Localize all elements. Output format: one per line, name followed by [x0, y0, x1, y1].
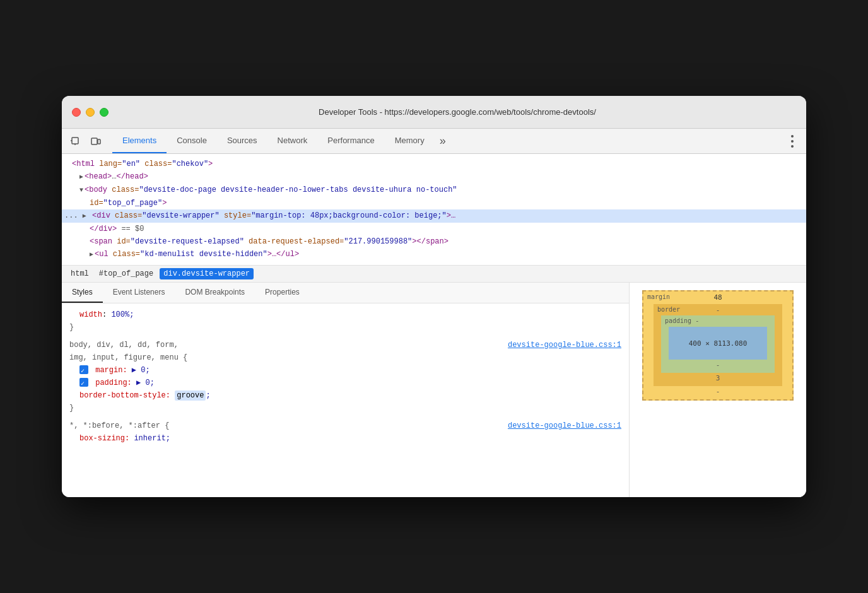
css-line-boxsizing: box-sizing: inherit; — [69, 432, 621, 445]
dom-attr-value: "margin-top: 48px;background-color: beig… — [251, 211, 447, 220]
menu-dot — [791, 135, 794, 138]
styles-panel: Styles Event Listeners DOM Breakpoints P… — [62, 283, 630, 497]
css-line-margin: margin: ▶ 0; — [69, 364, 621, 377]
inspect-element-icon[interactable] — [67, 132, 85, 150]
dom-attr-value: "217.990159988" — [344, 237, 412, 246]
dom-attr-name: lang= — [99, 160, 122, 168]
css-brace-close: } — [69, 402, 621, 414]
css-line-border-bottom: border-bottom-style: groove; — [69, 389, 621, 402]
border-label: border — [657, 306, 680, 313]
dom-tag: <ul — [95, 250, 113, 259]
css-block-1: width: 100%; } — [69, 308, 621, 334]
dom-attr-value: "kd-menulist devsite-hidden" — [140, 250, 267, 259]
tab-sources[interactable]: Sources — [217, 129, 267, 153]
css-semicolon: ; — [206, 391, 210, 400]
margin-bottom-value: - — [654, 386, 782, 397]
devtools-menu-button[interactable] — [783, 132, 801, 150]
css-prop: width — [79, 310, 102, 319]
window-title: Developer Tools - https://developers.goo… — [119, 107, 796, 117]
tab-properties[interactable]: Properties — [255, 283, 310, 303]
device-toolbar-icon[interactable] — [87, 132, 105, 150]
css-line-padding: padding: ▶ 0; — [69, 377, 621, 389]
dom-line-selected[interactable]: ... ▶ <div class="devsite-wrapper" style… — [62, 209, 806, 223]
css-selector-line: body, div, dl, dd, form, devsite-google-… — [69, 339, 621, 351]
dom-tag: > — [208, 160, 213, 168]
dom-tag: ></span> — [412, 237, 449, 246]
tab-event-listeners[interactable]: Event Listeners — [103, 283, 175, 303]
checkbox-margin[interactable] — [79, 365, 88, 374]
css-value: ▶ 0; — [132, 366, 150, 375]
css-block-3: *, *:before, *:after { devsite-google-bl… — [69, 420, 621, 445]
dom-attr-name: class= — [113, 250, 140, 259]
devtools-window: Developer Tools - https://developers.goo… — [62, 96, 806, 497]
breadcrumb-html[interactable]: html — [67, 268, 93, 279]
dom-tag: <html — [72, 160, 99, 168]
close-button[interactable] — [72, 108, 81, 117]
css-selector: body, div, dl, dd, form, — [69, 341, 187, 349]
dom-arrow: ▶ — [79, 173, 83, 180]
dom-text: == $0 — [117, 225, 144, 233]
breadcrumb-top-of-page[interactable]: #top_of_page — [95, 268, 157, 279]
dom-attr-name: id= — [90, 199, 103, 208]
css-colon: : — [102, 310, 111, 319]
css-prop: margin: — [95, 366, 127, 375]
tab-network[interactable]: Network — [267, 129, 318, 153]
minimize-button[interactable] — [86, 108, 95, 117]
border-bottom-value: 3 — [661, 373, 775, 384]
dom-line[interactable]: ▶<ul class="kd-menulist devsite-hidden">… — [62, 248, 806, 261]
dom-attr-value: "en" — [122, 160, 140, 168]
css-value: inherit; — [134, 434, 170, 443]
dom-tag: >…</ul> — [267, 250, 299, 259]
padding-box: padding - 400 × 8113.080 - — [661, 315, 775, 373]
styles-content: width: 100%; } body, div, dl, dd, form, … — [62, 303, 629, 497]
tab-elements[interactable]: Elements — [112, 129, 167, 153]
toolbar-icon-group — [67, 132, 105, 150]
devtools-toolbar: Elements Console Sources Network Perform… — [62, 129, 806, 154]
tab-memory[interactable]: Memory — [385, 129, 435, 153]
tab-performance[interactable]: Performance — [317, 129, 384, 153]
svg-rect-0 — [72, 138, 78, 144]
dom-attr-name: data-request-elapsed= — [244, 237, 344, 246]
css-selector: *, *:before, *:after { — [69, 421, 187, 430]
dom-line[interactable]: </div> == $0 — [62, 223, 806, 235]
dom-tag: > — [162, 199, 167, 208]
dom-attr-value: "devsite-wrapper" — [142, 211, 219, 220]
css-value: 100%; — [111, 310, 134, 319]
padding-bottom-value: - — [669, 360, 767, 370]
tab-dom-breakpoints[interactable]: DOM Breakpoints — [175, 283, 255, 303]
css-block-2: body, div, dl, dd, form, devsite-google-… — [69, 339, 621, 414]
maximize-button[interactable] — [100, 108, 108, 117]
dom-line[interactable]: ▼<body class="devsite-doc-page devsite-h… — [62, 184, 806, 197]
traffic-lights — [72, 108, 108, 117]
checkbox-padding[interactable] — [79, 378, 88, 387]
dom-line[interactable]: <span id="devsite-request-elapsed" data-… — [62, 235, 806, 248]
dom-arrow: ▶ — [83, 213, 86, 220]
dom-line[interactable]: <html lang="en" class="chekov"> — [62, 158, 806, 170]
panel-tabs: Elements Console Sources Network Perform… — [112, 129, 783, 153]
dom-tag: </div> — [90, 225, 117, 233]
dom-line[interactable]: ▶<head>…</head> — [62, 170, 806, 184]
dom-attr-value: "top_of_page" — [103, 199, 163, 208]
border-box: border - padding - 400 × 8113.080 - — [654, 304, 782, 386]
content-box: 400 × 8113.080 — [669, 327, 767, 360]
dom-attr-name: class= — [140, 160, 172, 168]
breadcrumb-devsite-wrapper[interactable]: div.devsite-wrapper — [160, 268, 254, 279]
tab-console[interactable]: Console — [167, 129, 217, 153]
css-link-2[interactable]: devsite-google-blue.css:1 — [508, 420, 621, 432]
tab-styles[interactable]: Styles — [62, 283, 103, 303]
content-size: 400 × 8113.080 — [689, 339, 748, 348]
menu-dot — [791, 145, 794, 148]
css-prop: padding: — [95, 379, 132, 387]
dom-attr-value: "devsite-request-elapsed" — [131, 237, 244, 246]
css-selector-line: *, *:before, *:after { devsite-google-bl… — [69, 420, 621, 432]
css-link[interactable]: devsite-google-blue.css:1 — [508, 339, 621, 351]
css-prop: box-sizing: — [79, 434, 129, 443]
dom-tag: <div — [92, 211, 115, 220]
more-tabs-button[interactable]: » — [435, 134, 451, 148]
dom-attr-name: id= — [117, 237, 131, 246]
dom-attr-value: "devsite-doc-page devsite-header-no-lowe… — [139, 185, 457, 194]
dom-line[interactable]: id="top_of_page"> — [62, 197, 806, 209]
dom-tag: <head> — [85, 172, 112, 181]
margin-top-value: 48 — [713, 293, 722, 302]
box-model-diagram: margin 48 border - padding - 400 — [642, 290, 794, 401]
